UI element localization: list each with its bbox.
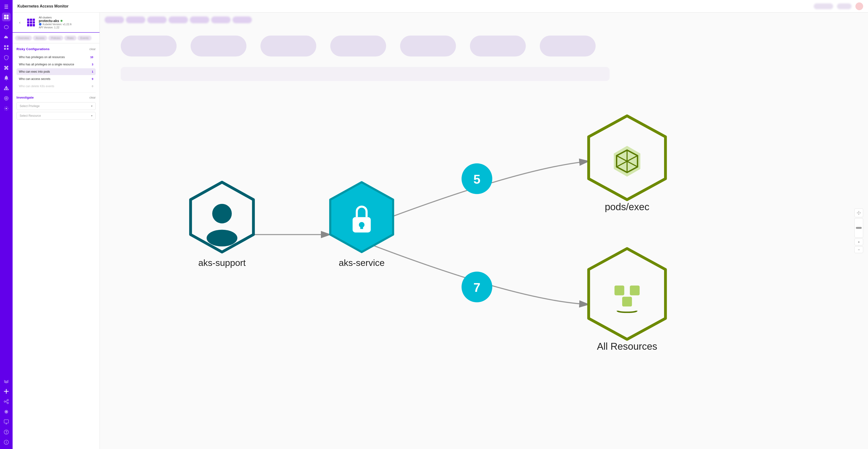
graph-nav-pill-6[interactable] — [211, 17, 230, 23]
svg-point-21 — [4, 430, 8, 434]
zoom-minus-button[interactable]: − — [855, 246, 863, 253]
svg-text:7: 7 — [473, 281, 480, 294]
user-pill[interactable] — [814, 3, 833, 9]
svg-text:aks-support: aks-support — [198, 258, 246, 268]
resource-placeholder: Select Resource — [20, 114, 41, 118]
risky-configs-section: Risky Configurations clear Who has privi… — [17, 47, 96, 90]
sidebar-icon-info[interactable] — [2, 438, 11, 447]
app-title: Kubernetes Access Monitor — [18, 4, 68, 8]
svg-rect-1 — [6, 15, 8, 17]
svg-rect-0 — [4, 15, 6, 17]
risk-item-exec-pods[interactable]: Who can exec into pods 1 — [17, 68, 96, 75]
risk-item-single-resource-label: Who has all privileges on a single resou… — [19, 63, 74, 66]
sidebar-icon-help[interactable] — [2, 428, 11, 437]
tabs-bar: Overview Access Policies Risks Events — [12, 33, 99, 43]
zoom-slider-thumb[interactable] — [856, 227, 862, 229]
sidebar-icon-settings[interactable] — [2, 407, 11, 416]
sidebar-icon-monitor[interactable] — [2, 23, 11, 31]
svg-point-17 — [4, 401, 6, 402]
investigate-title: Investigate — [17, 96, 34, 99]
tab-pill-1[interactable]: Overview — [15, 36, 32, 40]
svg-text:5: 5 — [473, 172, 480, 186]
risk-item-single-resource[interactable]: Who has all privileges on a single resou… — [17, 61, 96, 68]
all-clusters-label: All clusters — [39, 16, 71, 19]
user-pill-2[interactable] — [837, 3, 851, 9]
risk-item-all-resources[interactable]: Who has privileges on all resources 10 — [17, 54, 96, 61]
sidebar-icon-vm[interactable] — [2, 418, 11, 426]
graph-nav-pill-7[interactable] — [232, 17, 252, 23]
sidebar-icon-target[interactable] — [2, 94, 11, 103]
svg-rect-52 — [614, 286, 624, 295]
sidebar-icon-dashboard[interactable] — [2, 12, 11, 21]
svg-point-14 — [6, 108, 7, 109]
svg-rect-53 — [630, 286, 640, 295]
zoom-slider[interactable] — [855, 218, 863, 237]
svg-rect-29 — [260, 36, 316, 57]
cluster-grid-icon — [26, 18, 36, 27]
sidebar-icon-puzzle[interactable] — [2, 63, 11, 72]
sidebar-icon-connect[interactable] — [2, 397, 11, 406]
risk-item-delete-k8s-badge: 0 — [88, 85, 93, 88]
cluster-header: ‹ All clusters protectu-aks Ku — [12, 12, 99, 33]
svg-marker-25 — [39, 23, 41, 26]
graph-nav-pill-1[interactable] — [104, 17, 124, 23]
graph-top-nav — [100, 12, 868, 27]
svg-point-18 — [7, 399, 8, 401]
panel-content: Risky Configurations clear Who has privi… — [12, 43, 99, 449]
risky-configs-title: Risky Configurations — [17, 47, 50, 51]
svg-rect-34 — [121, 67, 610, 81]
tab-pill-3[interactable]: Policies — [48, 36, 63, 40]
tab-pill-2[interactable]: Access — [33, 36, 47, 40]
svg-rect-27 — [121, 36, 177, 57]
svg-rect-16 — [6, 389, 7, 394]
graph-area: 5 7 pods/exec — [100, 12, 868, 449]
svg-rect-43 — [361, 225, 363, 229]
sidebar-icon-cloud[interactable] — [2, 33, 11, 42]
risky-configs-header: Risky Configurations clear — [17, 47, 96, 51]
graph-nav-pill-2[interactable] — [126, 17, 145, 23]
sidebar-icon-bell[interactable] — [2, 74, 11, 82]
risk-item-all-resources-label: Who has privileges on all resources — [19, 56, 65, 59]
tab-pill-5[interactable]: Events — [78, 36, 92, 40]
svg-rect-30 — [330, 36, 386, 57]
header-user-avatar[interactable] — [856, 2, 863, 10]
svg-rect-5 — [4, 45, 6, 47]
cluster-meta: Kubelet Version: v1.22.6 API Version: 1.… — [39, 23, 71, 29]
content-area: ‹ All clusters protectu-aks Ku — [12, 12, 868, 449]
zoom-plus-button[interactable]: + — [855, 238, 863, 245]
zoom-pan-control[interactable] — [855, 209, 863, 217]
svg-text:pods/exec: pods/exec — [605, 201, 649, 213]
graph-nav-pill-3[interactable] — [147, 17, 166, 23]
svg-marker-4 — [4, 25, 8, 29]
svg-text:aks-service: aks-service — [339, 258, 384, 268]
sidebar-icon-link[interactable] — [2, 387, 11, 396]
svg-rect-3 — [6, 17, 8, 19]
sidebar-icon-grid[interactable] — [2, 43, 11, 52]
sidebar-icon-ai[interactable] — [2, 104, 11, 113]
investigate-section: Investigate clear Select Privilege ▾ Sel… — [17, 96, 96, 120]
risk-item-secrets[interactable]: Who can access secrets 9 — [17, 75, 96, 82]
svg-rect-28 — [191, 36, 247, 57]
svg-point-39 — [207, 230, 237, 246]
back-arrow-button[interactable]: ‹ — [17, 19, 23, 26]
svg-rect-6 — [7, 45, 8, 47]
sidebar-icon-shield[interactable] — [2, 53, 11, 62]
risk-item-single-resource-badge: 3 — [88, 63, 93, 66]
sidebar-menu-icon[interactable]: ☰ — [2, 2, 11, 11]
tab-pill-4[interactable]: Risks — [64, 36, 76, 40]
privilege-select[interactable]: Select Privilege ▾ — [17, 102, 96, 110]
risk-item-secrets-label: Who can access secrets — [19, 77, 51, 81]
sidebar-icon-layers[interactable] — [2, 377, 11, 386]
risk-item-delete-k8s-label: Who can delete K8s events — [19, 85, 54, 88]
graph-nav-pill-5[interactable] — [190, 17, 209, 23]
main-content: Kubernetes Access Monitor ‹ All clusters… — [12, 0, 868, 449]
svg-point-38 — [212, 204, 232, 224]
sidebar-icon-alert[interactable] — [2, 84, 11, 93]
risk-item-secrets-badge: 9 — [88, 77, 93, 81]
cluster-name: protectu-aks — [39, 19, 71, 23]
risky-configs-clear[interactable]: clear — [89, 47, 96, 51]
resource-select[interactable]: Select Resource ▾ — [17, 112, 96, 120]
svg-point-58 — [858, 213, 859, 213]
graph-nav-pill-4[interactable] — [168, 17, 188, 23]
investigate-clear[interactable]: clear — [89, 96, 96, 99]
